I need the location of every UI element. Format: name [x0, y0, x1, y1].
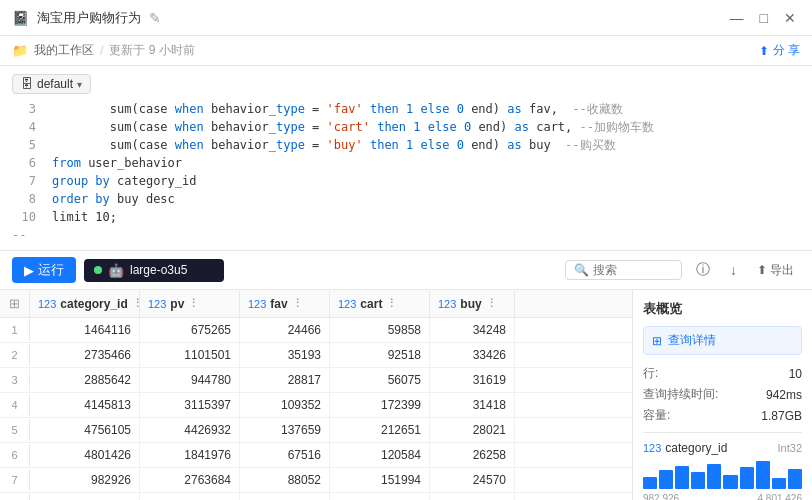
line-number: 6	[12, 154, 36, 172]
td-cart: 172399	[330, 393, 430, 417]
export-button[interactable]: ⬆ 导出	[751, 260, 800, 281]
td-pv: 4426932	[140, 418, 240, 442]
maximize-button[interactable]: □	[756, 8, 772, 28]
rows-value: 10	[789, 367, 802, 381]
td-cart: 56075	[330, 368, 430, 392]
table-row: 1 1464116 675265 24466 59858 34248	[0, 318, 632, 343]
divider	[643, 432, 802, 433]
range-min: 982,926	[643, 493, 679, 500]
schema-selector[interactable]: 🗄 default ▾	[12, 74, 91, 94]
td-cart: 151994	[330, 468, 430, 492]
search-box[interactable]: 🔍	[565, 260, 682, 280]
th-fav[interactable]: 123 fav ⋮	[240, 291, 330, 317]
updated-label: 更新于 9 小时前	[109, 42, 194, 59]
tab-title: 淘宝用户购物行为	[37, 9, 141, 27]
code-editor[interactable]: 3 sum(case when behavior_type = 'fav' th…	[0, 98, 812, 246]
td-pv: 1101501	[140, 343, 240, 367]
info-button[interactable]: ⓘ	[690, 259, 716, 281]
td-fav: 24466	[240, 318, 330, 342]
sub-bar-left: 📁 我的工作区 / 更新于 9 小时前	[12, 42, 195, 59]
th-buy[interactable]: 123 buy ⋮	[430, 291, 515, 317]
td-pv: 720375	[140, 493, 240, 500]
database-icon: 🗄	[21, 77, 33, 91]
td-buy: 24570	[430, 468, 515, 492]
th-cart[interactable]: 123 cart ⋮	[330, 291, 430, 317]
td-fav: 109352	[240, 393, 330, 417]
td-category-id: 2885642	[30, 368, 140, 392]
td-buy: 34248	[430, 318, 515, 342]
share-label: 分 享	[773, 42, 800, 59]
query-details-button[interactable]: ⊞ 查询详情	[643, 326, 802, 355]
mini-bar	[788, 469, 802, 489]
query-toolbar: ▶ 运行 🤖 large-o3u5 🔍 ⓘ ↓ ⬆ 导出	[0, 251, 812, 290]
close-button[interactable]: ✕	[780, 8, 800, 28]
size-detail: 容量: 1.87GB	[643, 407, 802, 424]
share-button[interactable]: ⬆ 分 享	[759, 42, 800, 59]
time-detail: 查询持续时间: 942ms	[643, 386, 802, 403]
table-row: 7 982926 2763684 88052 151994 24570	[0, 468, 632, 493]
workspace-label: 我的工作区	[34, 42, 94, 59]
td-fav: 137659	[240, 418, 330, 442]
line-number: 5	[12, 136, 36, 154]
run-button[interactable]: ▶ 运行	[12, 257, 76, 283]
row-number: 7	[0, 469, 30, 491]
code-line-3: 3 sum(case when behavior_type = 'fav' th…	[0, 100, 812, 118]
schema-label: default	[37, 77, 73, 91]
table-row: 4 4145813 3115397 109352 172399 31418	[0, 393, 632, 418]
share-icon: ⬆	[759, 44, 769, 58]
td-category-id: 2640118	[30, 493, 140, 500]
search-icon: 🔍	[574, 263, 589, 277]
mini-bar	[772, 478, 786, 489]
code-text: sum(case when behavior_type = 'buy' then…	[52, 136, 616, 154]
separator: /	[100, 44, 103, 58]
td-buy: 31619	[430, 368, 515, 392]
rows-label: 行:	[643, 365, 658, 382]
row-number: 8	[0, 494, 30, 500]
sub-bar: 📁 我的工作区 / 更新于 9 小时前 ⬆ 分 享	[0, 36, 812, 66]
row-number: 6	[0, 444, 30, 466]
td-pv: 3115397	[140, 393, 240, 417]
th-label: cart	[360, 297, 382, 311]
mini-bar	[723, 475, 737, 489]
code-text: group by category_id	[52, 172, 197, 190]
table-row: 2 2735466 1101501 35193 92518 33426	[0, 343, 632, 368]
th-sort-icon: ⋮	[292, 297, 303, 310]
top-bar-right: — □ ✕	[726, 8, 800, 28]
mini-bar	[740, 467, 754, 489]
edit-icon[interactable]: ✎	[149, 10, 161, 26]
td-buy: 26258	[430, 443, 515, 467]
model-selector[interactable]: 🤖 large-o3u5	[84, 259, 224, 282]
export-label: 导出	[770, 262, 794, 279]
download-button[interactable]: ↓	[724, 260, 743, 280]
td-category-id: 4801426	[30, 443, 140, 467]
line-number: 4	[12, 118, 36, 136]
toolbar-right: 🔍 ⓘ ↓ ⬆ 导出	[565, 259, 800, 281]
th-pv[interactable]: 123 pv ⋮	[140, 291, 240, 317]
minimize-button[interactable]: —	[726, 8, 748, 28]
th-label: buy	[460, 297, 481, 311]
td-pv: 944780	[140, 368, 240, 392]
td-buy: 18116	[430, 493, 515, 500]
mini-bar	[756, 461, 770, 489]
search-input[interactable]	[593, 263, 673, 277]
table-header: ⊞ 123 category_id ⋮ 123 pv ⋮ 123 fav ⋮	[0, 290, 632, 318]
td-pv: 2763684	[140, 468, 240, 492]
td-cart: 120584	[330, 443, 430, 467]
size-label: 容量:	[643, 407, 670, 424]
table-row: 5 4756105 4426932 137659 212651 28021	[0, 418, 632, 443]
type-badge: 123	[643, 442, 661, 454]
mini-bar	[659, 470, 673, 489]
th-label: category_id	[60, 297, 127, 311]
row-number: 1	[0, 319, 30, 341]
row-number: 4	[0, 394, 30, 416]
line-number: 7	[12, 172, 36, 190]
mini-bar	[643, 477, 657, 489]
run-label: 运行	[38, 261, 64, 279]
th-category-id[interactable]: 123 category_id ⋮	[30, 291, 140, 317]
td-category-id: 2735466	[30, 343, 140, 367]
code-text: sum(case when behavior_type = 'cart' the…	[52, 118, 654, 136]
code-text: limit 10;	[52, 208, 117, 226]
code-line-8: 8 order by buy desc	[0, 190, 812, 208]
editor-area: 🗄 default ▾ 3 sum(case when behavior_typ…	[0, 66, 812, 251]
editor-header: 🗄 default ▾	[0, 70, 812, 98]
